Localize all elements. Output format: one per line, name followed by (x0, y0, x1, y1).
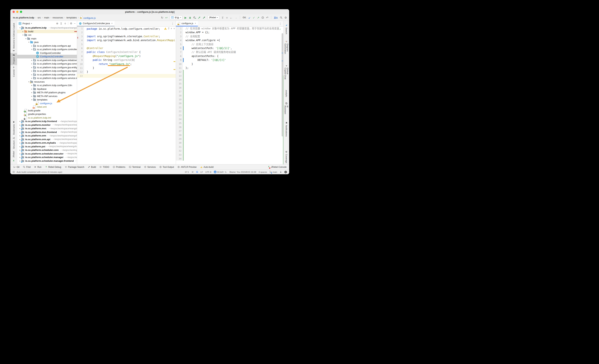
breadcrumb-item[interactable]: src (38, 16, 41, 19)
close-icon[interactable]: × (195, 22, 196, 25)
tool-button-tool-output[interactable]: Tool Output (159, 166, 174, 168)
git-branch[interactable]: main (269, 171, 277, 173)
tree-row[interactable]: ▸io.sc.platform.lcdp.configure.jpa.entit… (17, 66, 77, 69)
tab-configurejscontroller-java[interactable]: C ConfigureJsController.java × (77, 21, 115, 26)
translate-icon[interactable]: 文A (274, 16, 278, 19)
tree-row[interactable]: ▸io.sc.platform.scheduler.executor- ~/ws… (17, 152, 77, 156)
back-icon[interactable]: ← (230, 16, 233, 19)
tree-row[interactable]: ▸io.sc.platform.lcdp.configure.initializ… (17, 59, 77, 62)
rollback-icon[interactable]: ↶ (266, 16, 269, 19)
tree-row[interactable]: ▸io.sc.platform.lcdp.configure.api (17, 44, 77, 48)
tool-button-jrebel-console[interactable]: JRebel Console (268, 165, 287, 169)
kebab-menu-icon[interactable]: ⋮ (277, 22, 283, 25)
search-icon[interactable] (280, 16, 282, 19)
sidebar-item-bookmarks[interactable]: Bookmarks (13, 120, 15, 136)
tree-row[interactable]: ▸io.sc.platform.scheduler.manager- ~/wsp… (17, 156, 77, 159)
layout-panels-icon[interactable] (13, 171, 15, 173)
tree-chevron-icon[interactable]: ▸ (30, 63, 33, 65)
tree-row[interactable]: ▸io.sc.platform.lcdp.configure.service.i… (17, 76, 77, 80)
sidebar-item-coverage[interactable]: Coverage (285, 149, 288, 164)
line-separator[interactable]: LF (201, 171, 203, 173)
rabbit-icon[interactable] (221, 16, 224, 19)
tree-row[interactable]: ▸io.sc.platform.lcdp.frontend- ~/wspsc/w… (17, 120, 77, 123)
tool-button-services[interactable]: Services (144, 166, 156, 168)
collapse-all-icon[interactable] (64, 22, 66, 25)
tree-row[interactable]: Gbuild.gradle (17, 109, 77, 113)
tree-chevron-icon[interactable]: ▾ (27, 41, 30, 43)
sidebar-item-commit[interactable]: Commit (13, 65, 15, 78)
notification-error-icon[interactable]: ! (284, 171, 287, 173)
tree-row[interactable]: ▸io.sc.platform.orm.api- ~/wspsc/workspa… (17, 138, 77, 141)
breadcrumb-item[interactable]: main (44, 16, 49, 19)
jrebel-rocket-icon[interactable] (12, 159, 15, 163)
tree-row[interactable]: ▸io.sc.platform.scheduler.manager.fronte… (17, 159, 77, 163)
tree-row[interactable]: ▸io.sc.platform.lcdp.configure.i18n (17, 84, 77, 87)
tool-button-build[interactable]: Build (88, 166, 96, 168)
git-blame[interactable]: Blame: You 2024/8/15 16:38 (229, 171, 256, 173)
tree-row[interactable]: ▸io.sc.platform.poi- ~/wspsc/workspace/w… (17, 145, 77, 148)
chevron-down-icon[interactable]: ▾ (31, 23, 32, 24)
tree-chevron-icon[interactable]: ▸ (30, 95, 33, 97)
git-commit-icon[interactable]: ✓ (253, 16, 255, 19)
tool-button-git[interactable]: Git (13, 166, 19, 168)
tree-row[interactable]: io.sc.platform.lcdp.iml (17, 116, 77, 120)
inspections-ok-icon[interactable]: ✓ (280, 27, 281, 31)
tree-chevron-icon[interactable]: ▸ (30, 66, 33, 69)
next-problem-icon[interactable]: ∨ (173, 26, 175, 30)
breadcrumb-item[interactable]: resources (53, 16, 63, 19)
lock-icon[interactable] (280, 171, 282, 173)
tree-row[interactable]: ▸META-INF.services (17, 95, 77, 98)
tree-row[interactable]: CConfigureController (17, 51, 77, 55)
tool-button-antlr-preview[interactable]: ANTLR Preview (177, 166, 196, 168)
tree-row[interactable]: ▾io.sc.platform.lcdp- ~/wspsc/workspace/… (17, 26, 77, 30)
git-push-icon[interactable]: ↗ (257, 16, 259, 19)
tree-row[interactable]: ▸io.sc.platform.orm.mybatis- ~/wspsc/wor… (17, 141, 77, 145)
hide-panel-icon[interactable]: − (74, 22, 75, 25)
tree-row[interactable]: ▸io.sc.platform.orm- ~/wspsc/workspace/w… (17, 134, 77, 138)
tree-row[interactable]: ▾src (17, 33, 77, 37)
google-icon[interactable]: G (196, 171, 198, 173)
sidebar-item-zoolytic[interactable]: zoolytic (285, 89, 288, 98)
highlighting-off-icon[interactable] (191, 171, 194, 173)
tree-chevron-icon[interactable]: ▾ (25, 38, 27, 40)
sidebar-item-notifications[interactable]: Notifications (285, 121, 288, 138)
tree-row[interactable]: ▸io.sc.platform.lcdp.configure.jpa.repos… (17, 69, 77, 73)
tree-chevron-icon[interactable]: ▸ (30, 59, 33, 61)
tree-chevron-icon[interactable]: ▸ (30, 45, 33, 47)
tree-row[interactable]: ▸io.sc.platform.monitor- ~/wspsc/workspa… (17, 123, 77, 127)
prev-problem-icon[interactable]: ∧ (171, 26, 172, 30)
breadcrumb-item[interactable]: templates (66, 16, 77, 19)
tool-button-rebel-debug[interactable]: Rebel Debug (45, 166, 61, 168)
tree-row[interactable]: ▸io.sc.platform.mvc.frontend- ~/wspsc/wo… (17, 130, 77, 134)
tree-row[interactable]: ▸io.sc.platform.lcdp.configure.jpa.conve… (17, 62, 77, 66)
tool-button-find[interactable]: Find (23, 166, 30, 168)
tree-chevron-icon[interactable]: ▾ (30, 99, 33, 101)
indent-config[interactable]: 4 spaces (259, 171, 267, 173)
tree-chevron-icon[interactable]: ▸ (30, 84, 33, 86)
tool-button-terminal[interactable]: Terminal (129, 166, 141, 168)
tree-row[interactable]: ▸build (17, 30, 77, 33)
tree-row[interactable]: ▸io.sc.platform.mvc- ~/wspsc/workspace/w… (17, 127, 77, 130)
gear-icon[interactable]: ⚙ (70, 22, 72, 25)
tree-chevron-icon[interactable]: ▾ (22, 34, 24, 36)
locate-file-icon[interactable]: ⊕ (56, 22, 58, 25)
jrebel-run-icon[interactable] (198, 16, 201, 19)
tab-configure-js[interactable]: JS configure.js × (176, 21, 198, 26)
tool-button-package-search[interactable]: Package Search (65, 166, 84, 168)
sidebar-item-welcome-to-github-copilot[interactable]: Welcome to GitHub Copilot (13, 22, 15, 53)
tree-chevron-icon[interactable]: ▸ (30, 77, 33, 79)
coverage-icon[interactable]: C (194, 16, 196, 19)
tree-row[interactable]: JSconfigure.js (17, 102, 77, 105)
tool-button-todo[interactable]: TODO (100, 166, 109, 168)
git-update-icon[interactable]: ↙ (248, 16, 251, 19)
sidebar-item-search[interactable]: Search (285, 23, 288, 35)
editor-left[interactable]: 1package io.sc.platform.lcdp.configure.c… (77, 26, 176, 164)
encoding[interactable]: UTF-8 (205, 171, 211, 173)
settings-gear-icon[interactable]: ⚙ (285, 16, 287, 19)
tree-row[interactable]: ▾main (17, 37, 77, 41)
sidebar-item-structure[interactable]: Structure (13, 136, 15, 150)
tree-chevron-icon[interactable]: ▸ (30, 88, 33, 90)
run-config-select[interactable]: 平台▾ (170, 15, 183, 20)
tree-row[interactable]: ▾io.sc.platform.lcdp.configure.controlle… (17, 48, 77, 51)
jrebel-debug-icon[interactable] (203, 16, 205, 19)
